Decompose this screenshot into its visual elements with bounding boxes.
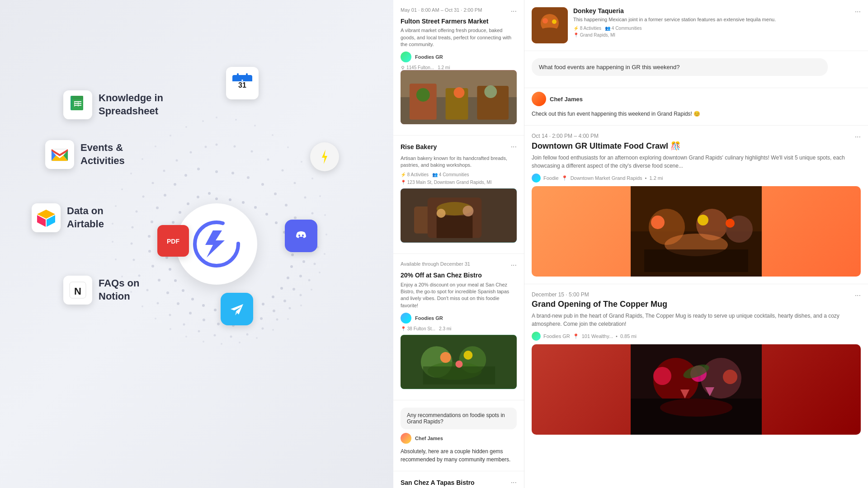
svg-point-44 xyxy=(292,288,295,291)
chat-column[interactable]: Donkey Taqueria ··· This happening Mexic… xyxy=(524,0,868,488)
svg-point-30 xyxy=(187,202,189,205)
feed-column[interactable]: May 01 · 8:00 AM – Oct 31 · 2:00 PM ··· … xyxy=(393,0,524,488)
svg-point-111 xyxy=(319,272,321,273)
svg-point-112 xyxy=(311,289,312,291)
san-chez-discount-more[interactable]: ··· xyxy=(511,261,517,269)
svg-point-130 xyxy=(121,188,123,190)
svg-point-190 xyxy=(456,361,463,368)
farmers-market-image xyxy=(401,70,517,124)
svg-point-98 xyxy=(189,151,192,154)
notion-label: FAQs on Notion xyxy=(99,277,139,303)
svg-rect-140 xyxy=(72,96,83,99)
airtable-label: Data on Airtable xyxy=(67,205,104,230)
svg-point-136 xyxy=(202,120,204,122)
feed-item-chat-question: Any recommendations on foodie spots in G… xyxy=(393,400,524,471)
svg-point-107 xyxy=(319,195,321,197)
svg-point-95 xyxy=(151,182,154,184)
svg-point-135 xyxy=(185,126,187,128)
chef-james-sender-name: Chef James xyxy=(550,96,583,103)
svg-point-76 xyxy=(308,279,310,282)
copper-mug-desc: A brand-new pub in the heart of Grand Ra… xyxy=(532,312,861,328)
rise-bakery-location: 📍 123 Main St, Downtown Grand Rapids, MI xyxy=(401,180,492,185)
svg-point-91 xyxy=(130,243,132,245)
svg-point-43 xyxy=(299,275,302,277)
san-chez-tapas-more[interactable]: ··· xyxy=(511,479,517,487)
svg-point-80 xyxy=(261,328,264,330)
svg-point-58 xyxy=(148,235,151,238)
copper-mug-location: 101 Wealthy... xyxy=(582,333,613,339)
svg-point-42 xyxy=(302,260,305,263)
san-chez-avatar xyxy=(401,313,411,324)
right-panel: May 01 · 8:00 AM – Oct 31 · 2:00 PM ··· … xyxy=(393,0,868,488)
svg-point-23 xyxy=(174,279,177,282)
svg-point-90 xyxy=(132,259,135,261)
svg-point-117 xyxy=(239,342,241,343)
pdf-icon-float: PDF xyxy=(157,225,189,257)
svg-point-19 xyxy=(214,309,217,311)
svg-point-173 xyxy=(416,88,430,102)
svg-point-32 xyxy=(208,192,211,195)
svg-point-99 xyxy=(204,146,207,148)
svg-point-92 xyxy=(131,226,133,229)
san-chez-location: 📍 38 Fulton St... xyxy=(401,326,435,331)
copper-mug-date: December 15 · 5:00 PM xyxy=(532,291,589,298)
svg-point-21 xyxy=(191,298,194,300)
feed-item-farmers-market: May 01 · 8:00 AM – Oct 31 · 2:00 PM ··· … xyxy=(393,0,524,136)
svg-rect-180 xyxy=(437,216,473,238)
downtown-crawl-more[interactable]: ··· xyxy=(855,133,861,141)
donkey-taqueria-more[interactable]: ··· xyxy=(855,7,861,16)
svg-point-110 xyxy=(324,253,326,255)
svg-point-50 xyxy=(217,323,220,325)
svg-point-181 xyxy=(437,209,446,218)
farmers-market-more[interactable]: ··· xyxy=(511,7,517,15)
svg-point-174 xyxy=(454,87,465,98)
telegram-icon-float xyxy=(221,293,253,325)
svg-point-46 xyxy=(273,310,275,312)
svg-point-72 xyxy=(311,212,313,215)
donkey-communities: 👥 4 Communities xyxy=(605,26,642,31)
downtown-crawl-image xyxy=(532,186,861,277)
copper-mug-more[interactable]: ··· xyxy=(855,291,861,300)
svg-point-213 xyxy=(660,399,732,417)
donkey-taqueria-image xyxy=(532,7,568,43)
copper-mug-avatar xyxy=(532,332,541,341)
chef-james-name: Chef James xyxy=(415,436,443,441)
gmail-icon xyxy=(45,140,74,169)
svg-point-7 xyxy=(275,221,278,224)
svg-point-37 xyxy=(274,192,277,195)
svg-point-87 xyxy=(156,302,159,305)
svg-point-126 xyxy=(115,258,117,260)
svg-point-121 xyxy=(170,328,171,330)
svg-point-52 xyxy=(189,312,192,314)
svg-point-31 xyxy=(197,196,199,198)
svg-point-62 xyxy=(174,183,176,186)
svg-point-75 xyxy=(313,263,316,265)
copper-mug-section: December 15 · 5:00 PM ··· Grand Opening … xyxy=(524,284,868,442)
svg-point-118 xyxy=(221,343,222,345)
rise-bakery-more[interactable]: ··· xyxy=(511,143,517,151)
svg-point-84 xyxy=(198,330,200,333)
rise-bakery-communities: 👥 4 Communities xyxy=(432,172,469,177)
feed-item-san-chez-tapas: San Chez A Tapas Bistro ··· Breezy tapas… xyxy=(393,471,524,488)
svg-point-2 xyxy=(215,197,218,200)
svg-point-106 xyxy=(311,178,313,179)
rise-bakery-desc: Artisan bakery known for its handcrafted… xyxy=(401,155,517,169)
svg-point-116 xyxy=(256,337,258,339)
downtown-crawl-author: Foodie xyxy=(543,175,559,181)
farmers-market-avatar xyxy=(401,52,411,62)
farmers-market-distance: 1.2 mi xyxy=(438,65,450,70)
notion-icon: N xyxy=(63,276,92,305)
copper-mug-author: Foodies GR xyxy=(543,333,570,339)
svg-point-51 xyxy=(203,319,205,321)
svg-rect-144 xyxy=(74,101,75,107)
rise-bakery-activities: ⚡ 8 Activities xyxy=(401,172,429,177)
integration-events: Events & Activities xyxy=(45,140,125,169)
bolt-icon-float xyxy=(310,142,339,171)
rise-bakery-title: Rise Bakery xyxy=(401,143,437,151)
downtown-crawl-section: Oct 14 · 2:00 PM – 4:00 PM ··· Downtown … xyxy=(524,126,868,284)
svg-point-36 xyxy=(261,183,264,186)
svg-point-68 xyxy=(267,159,269,161)
svg-point-10 xyxy=(291,253,294,256)
svg-point-38 xyxy=(285,204,288,206)
svg-point-64 xyxy=(197,168,200,170)
